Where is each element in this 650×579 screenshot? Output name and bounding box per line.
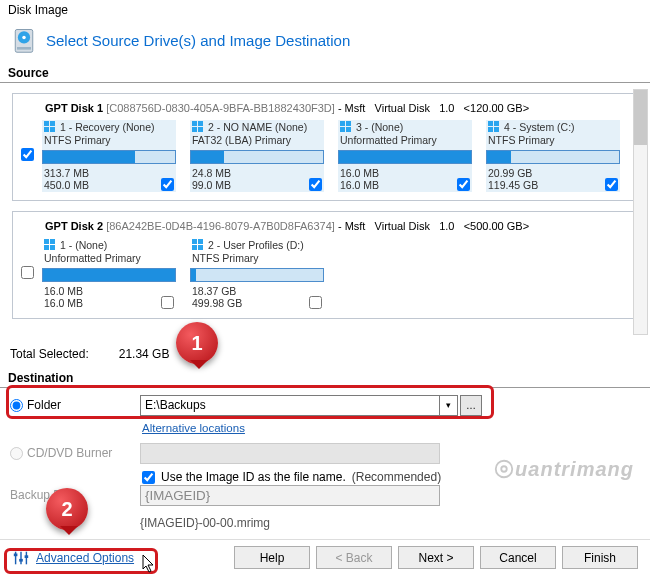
cd-label-text: CD/DVD Burner — [27, 446, 112, 460]
partition-label: 2 - NO NAME (None) — [208, 121, 307, 133]
partition-label: 1 - (None) — [60, 239, 107, 251]
partition-fs: NTFS Primary — [486, 134, 620, 148]
source-section-label: Source — [0, 64, 650, 83]
total-row: Total Selected: 21.34 GB — [0, 335, 650, 369]
usage-bar — [42, 150, 176, 164]
window-title: Disk Image — [0, 0, 650, 20]
cd-radio-label[interactable]: CD/DVD Burner — [10, 446, 130, 460]
partition[interactable]: 2 - NO NAME (None) FAT32 (LBA) Primary 2… — [190, 120, 324, 192]
svg-point-2 — [22, 36, 26, 40]
scrollbar[interactable] — [633, 89, 648, 335]
partition[interactable]: 2 - User Profiles (D:) NTFS Primary 18.3… — [190, 238, 324, 310]
finish-button[interactable]: Finish — [562, 546, 638, 569]
svg-rect-23 — [50, 245, 55, 250]
partition[interactable]: 1 - (None) Unformatted Primary 16.0 MB16… — [42, 238, 176, 310]
partition-total: 99.0 MB — [192, 179, 231, 191]
destination-section-label: Destination — [0, 369, 650, 388]
disk-checkbox[interactable] — [21, 148, 34, 161]
partition-fs: NTFS Primary — [190, 252, 324, 266]
filename-preview: {IMAGEID}-00-00.mrimg — [140, 516, 270, 530]
usage-bar — [42, 268, 176, 282]
sliders-icon — [12, 549, 30, 567]
partition-checkbox[interactable] — [457, 178, 470, 191]
folder-dropdown-button[interactable]: ▾ — [440, 395, 458, 416]
partition-label: 2 - User Profiles (D:) — [208, 239, 304, 251]
partition-fs: Unformatted Primary — [338, 134, 472, 148]
recommended-text: (Recommended) — [352, 470, 441, 484]
svg-rect-22 — [44, 245, 49, 250]
svg-rect-25 — [198, 239, 203, 244]
partition[interactable]: 1 - Recovery (None) NTFS Primary 313.7 M… — [42, 120, 176, 192]
partition-checkbox[interactable] — [309, 178, 322, 191]
backup-filename-label: Backup File — [10, 488, 130, 502]
folder-radio[interactable] — [10, 399, 23, 412]
svg-rect-33 — [25, 555, 29, 558]
partition-used: 18.37 GB — [192, 285, 242, 297]
partition-label: 3 - (None) — [356, 121, 403, 133]
svg-rect-7 — [50, 127, 55, 132]
partition-checkbox[interactable] — [161, 296, 174, 309]
partition-checkbox[interactable] — [309, 296, 322, 309]
svg-rect-16 — [488, 121, 493, 126]
folder-label-text: Folder — [27, 398, 61, 412]
partition[interactable]: 3 - (None) Unformatted Primary 16.0 MB16… — [338, 120, 472, 192]
use-imageid-checkbox[interactable] — [142, 471, 155, 484]
imageid-input — [140, 485, 440, 506]
total-selected-value: 21.34 GB — [119, 347, 170, 361]
help-button[interactable]: Help — [234, 546, 310, 569]
page-title: Select Source Drive(s) and Image Destina… — [46, 32, 350, 49]
folder-path-input[interactable] — [140, 395, 440, 416]
disk-header: GPT Disk 1 [C088756D-0830-405A-9BFA-BB18… — [45, 102, 625, 114]
partition[interactable]: 4 - System (C:) NTFS Primary 20.99 GB119… — [486, 120, 620, 192]
svg-rect-13 — [346, 121, 351, 126]
folder-radio-label[interactable]: Folder — [10, 398, 130, 412]
back-button: < Back — [316, 546, 392, 569]
svg-rect-14 — [340, 127, 345, 132]
svg-rect-5 — [50, 121, 55, 126]
disk-block: GPT Disk 1 [C088756D-0830-405A-9BFA-BB18… — [12, 93, 634, 201]
partition-used: 16.0 MB — [340, 167, 379, 179]
advanced-options-link[interactable]: Advanced Options — [12, 549, 134, 567]
svg-rect-12 — [340, 121, 345, 126]
svg-rect-6 — [44, 127, 49, 132]
cd-radio — [10, 447, 23, 460]
partition-used: 24.8 MB — [192, 167, 231, 179]
destination-area: Folder ▾ … Alternative locations CD/DVD … — [0, 388, 650, 544]
usage-bar — [190, 268, 324, 282]
svg-rect-27 — [198, 245, 203, 250]
total-selected-label: Total Selected: — [10, 347, 89, 361]
scrollbar-thumb[interactable] — [634, 90, 647, 145]
partition-total: 16.0 MB — [340, 179, 379, 191]
source-area: GPT Disk 1 [C088756D-0830-405A-9BFA-BB18… — [0, 83, 650, 335]
partition-checkbox[interactable] — [605, 178, 618, 191]
next-button[interactable]: Next > — [398, 546, 474, 569]
usage-bar — [486, 150, 620, 164]
partition-used: 313.7 MB — [44, 167, 89, 179]
disk-checkbox[interactable] — [21, 266, 34, 279]
svg-rect-24 — [192, 239, 197, 244]
partition-total: 16.0 MB — [44, 297, 83, 309]
svg-rect-15 — [346, 127, 351, 132]
svg-rect-31 — [14, 553, 18, 556]
disk-block: GPT Disk 2 [86A242BE-0D4B-4196-8079-A7B0… — [12, 211, 634, 319]
svg-rect-4 — [44, 121, 49, 126]
partition-total: 450.0 MB — [44, 179, 89, 191]
partition-total: 499.98 GB — [192, 297, 242, 309]
partition-fs: NTFS Primary — [42, 134, 176, 148]
alternative-locations-link[interactable]: Alternative locations — [142, 422, 640, 434]
browse-button[interactable]: … — [460, 395, 482, 416]
partition-label: 1 - Recovery (None) — [60, 121, 155, 133]
header: Select Source Drive(s) and Image Destina… — [0, 20, 650, 64]
partition-fs: Unformatted Primary — [42, 252, 176, 266]
svg-rect-18 — [488, 127, 493, 132]
partition-fs: FAT32 (LBA) Primary — [190, 134, 324, 148]
svg-rect-20 — [44, 239, 49, 244]
svg-rect-3 — [17, 47, 31, 50]
partition-total: 119.45 GB — [488, 179, 538, 191]
usage-bar — [190, 150, 324, 164]
svg-rect-21 — [50, 239, 55, 244]
disk-icon — [10, 26, 38, 54]
cancel-button[interactable]: Cancel — [480, 546, 556, 569]
partition-checkbox[interactable] — [161, 178, 174, 191]
partition-used: 20.99 GB — [488, 167, 538, 179]
